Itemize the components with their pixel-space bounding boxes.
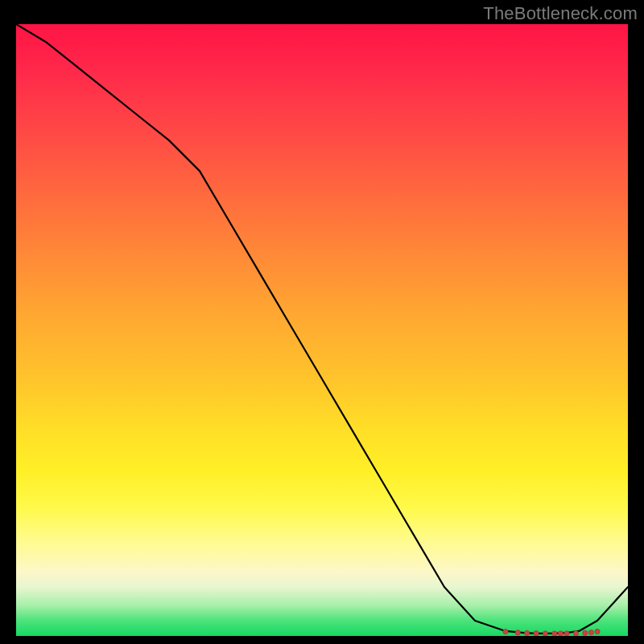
chart-marker-point — [503, 629, 508, 634]
chart-marker-point — [552, 631, 557, 636]
chart-marker-point — [558, 631, 563, 636]
chart-plot-area — [16, 24, 628, 636]
chart-marker-point — [583, 630, 588, 635]
chart-line-path — [16, 24, 628, 634]
chart-markers-group — [503, 629, 600, 636]
chart-frame: TheBottleneck.com — [0, 0, 644, 644]
watermark-text: TheBottleneck.com — [483, 3, 638, 24]
chart-marker-point — [595, 629, 600, 634]
chart-marker-point — [543, 631, 547, 636]
chart-marker-point — [534, 630, 539, 635]
chart-marker-point — [524, 630, 529, 635]
chart-overlay-svg — [16, 24, 628, 636]
chart-marker-point — [573, 630, 578, 635]
chart-marker-point — [588, 630, 593, 634]
chart-marker-point — [564, 631, 569, 636]
chart-marker-point — [515, 630, 520, 635]
